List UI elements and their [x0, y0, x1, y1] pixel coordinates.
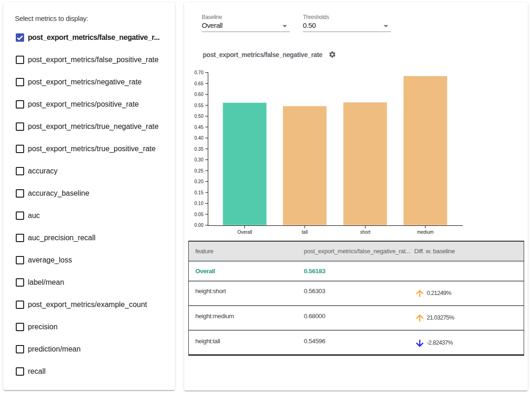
svg-text:0.50: 0.50 — [194, 114, 204, 119]
svg-text:Overall: Overall — [237, 230, 252, 235]
svg-text:0.45: 0.45 — [194, 125, 204, 130]
svg-text:0.35: 0.35 — [194, 147, 204, 152]
svg-text:0.40: 0.40 — [194, 135, 204, 141]
svg-text:0.05: 0.05 — [194, 212, 204, 217]
svg-text:0.25: 0.25 — [194, 168, 204, 173]
svg-text:0.15: 0.15 — [194, 190, 204, 195]
svg-text:0.10: 0.10 — [194, 201, 204, 206]
svg-text:0.65: 0.65 — [194, 81, 204, 86]
svg-text:0.70: 0.70 — [194, 70, 204, 75]
svg-text:0.00: 0.00 — [194, 223, 204, 228]
svg-text:medium: medium — [417, 230, 434, 235]
svg-text:0.60: 0.60 — [194, 92, 204, 97]
svg-text:0.30: 0.30 — [194, 157, 204, 162]
svg-text:0.20: 0.20 — [194, 179, 204, 184]
svg-text:0.55: 0.55 — [194, 103, 204, 108]
svg-text:tall: tall — [302, 230, 308, 235]
svg-text:short: short — [360, 230, 370, 235]
